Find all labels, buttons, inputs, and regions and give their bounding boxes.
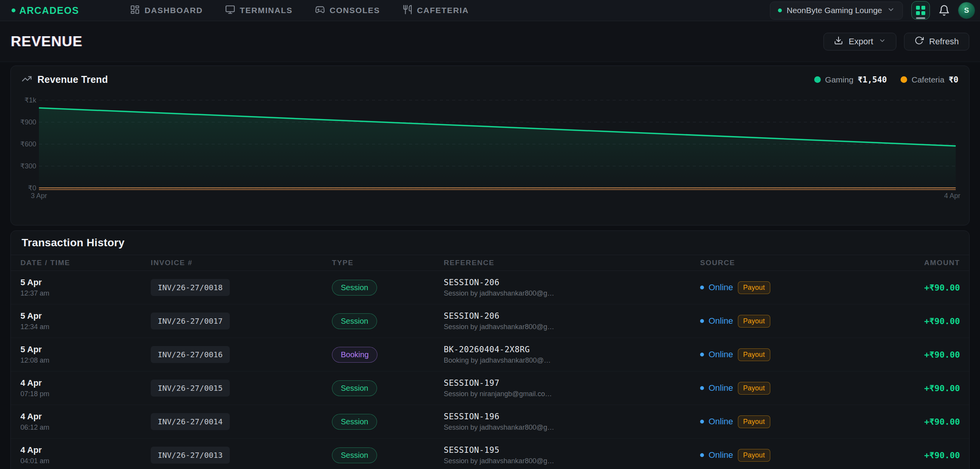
topbar-right: NeonByte Gaming Lounge S [770, 1, 975, 20]
row-date: 4 Apr [20, 378, 151, 388]
nav-item-terminals[interactable]: TERMINALS [225, 5, 293, 17]
online-dot-icon [700, 386, 704, 390]
reference-subtext: Session by niranjangb@gmail.co… [444, 390, 700, 398]
invoice-badge: INV/26-27/0016 [151, 346, 230, 363]
source-label: Online [709, 383, 733, 393]
invoice-cell: INV/26-27/0017 [151, 313, 332, 329]
table-row: 4 Apr 07:18 pm INV/26-27/0015 Session SE… [11, 372, 969, 405]
revenue-trend-chart: ₹1k₹900₹600₹300₹03 Apr4 Apr [11, 95, 970, 210]
source-cell: Online Payout [700, 382, 885, 395]
svg-text:₹0: ₹0 [28, 184, 36, 192]
row-time: 12:34 am [20, 323, 151, 331]
refresh-button[interactable]: Refresh [904, 33, 969, 50]
brand-logo[interactable]: ARCADEOS [12, 5, 79, 16]
svg-text:₹900: ₹900 [20, 118, 36, 126]
table-row: 5 Apr 12:37 am INV/26-27/0018 Session SE… [11, 271, 969, 304]
legend-value: ₹1,540 [858, 75, 887, 84]
row-date: 5 Apr [20, 311, 151, 321]
date-time-cell: 4 Apr 06:12 am [20, 412, 151, 432]
source-label: Online [709, 417, 733, 427]
amount-value: +₹90.00 [885, 316, 960, 326]
online-dot-icon [700, 353, 704, 356]
table-row: 5 Apr 12:08 am INV/26-27/0016 Booking BK… [11, 338, 969, 372]
row-time: 12:37 am [20, 289, 151, 298]
gamepad-icon [315, 5, 325, 17]
brand-dot-icon [12, 8, 15, 12]
source-label: Online [709, 316, 733, 326]
source-cell: Online Payout [700, 415, 885, 428]
reference-cell: SESSION-206 Session by jadhavshankar800@… [444, 278, 700, 298]
col-header-invoice: INVOICE # [151, 259, 332, 267]
type-badge: Session [332, 280, 377, 296]
svg-text:₹600: ₹600 [20, 140, 36, 148]
topbar: ARCADEOS DASHBOARD TERMINALS CONSOLES CA… [0, 0, 980, 21]
payout-badge: Payout [738, 348, 770, 361]
reference-id: SESSION-206 [444, 311, 700, 321]
svg-text:3 Apr: 3 Apr [31, 192, 47, 200]
type-badge: Session [332, 414, 377, 430]
payout-badge: Payout [738, 382, 770, 395]
col-header-reference: REFERENCE [444, 259, 700, 267]
svg-text:₹300: ₹300 [20, 162, 36, 170]
invoice-badge: INV/26-27/0017 [151, 313, 230, 329]
header-actions: Export Refresh [823, 33, 969, 50]
gaming-dot-icon [814, 76, 821, 83]
source-label: Online [709, 282, 733, 292]
col-header-date: DATE / TIME [20, 259, 151, 267]
row-time: 06:12 am [20, 424, 151, 432]
brand-name: ARCADEOS [19, 5, 79, 16]
nav-item-consoles[interactable]: CONSOLES [315, 5, 380, 17]
chart-title: Revenue Trend [37, 74, 108, 85]
invoice-badge: INV/26-27/0018 [151, 279, 230, 296]
row-date: 5 Apr [20, 277, 151, 287]
source-label: Online [709, 450, 733, 460]
svg-text:₹1k: ₹1k [25, 96, 37, 104]
reference-id: SESSION-206 [444, 278, 700, 287]
table-row: 4 Apr 04:01 am INV/26-27/0013 Session SE… [11, 439, 969, 469]
row-date: 4 Apr [20, 445, 151, 455]
user-avatar[interactable]: S [958, 2, 975, 18]
avatar-initial: S [964, 6, 969, 15]
legend-item-gaming: Gaming ₹1,540 [814, 75, 887, 84]
type-cell: Session [332, 447, 444, 463]
nav-item-dashboard[interactable]: DASHBOARD [130, 5, 203, 17]
online-dot-icon [700, 286, 704, 289]
row-time: 12:08 am [20, 356, 151, 365]
row-date: 4 Apr [20, 412, 151, 422]
chevron-down-icon [879, 37, 886, 47]
date-time-cell: 5 Apr 12:37 am [20, 277, 151, 298]
date-time-cell: 4 Apr 07:18 pm [20, 378, 151, 398]
invoice-cell: INV/26-27/0014 [151, 413, 332, 430]
type-cell: Session [332, 414, 444, 430]
chevron-down-icon [887, 6, 895, 15]
venue-status-dot-icon [778, 8, 782, 12]
apps-grid-button[interactable] [911, 1, 930, 20]
invoice-badge: INV/26-27/0015 [151, 380, 230, 397]
invoice-badge: INV/26-27/0014 [151, 413, 230, 430]
type-badge: Session [332, 380, 377, 396]
legend-label: Cafeteria [911, 75, 944, 84]
invoice-cell: INV/26-27/0018 [151, 279, 332, 296]
reference-cell: SESSION-196 Session by jadhavshankar800@… [444, 412, 700, 432]
dashboard-icon [130, 5, 140, 17]
invoice-cell: INV/26-27/0015 [151, 380, 332, 397]
legend-label: Gaming [825, 75, 854, 84]
utensils-icon [402, 5, 413, 17]
page-title: REVENUE [11, 34, 83, 50]
notifications-button[interactable] [938, 5, 950, 16]
download-icon [834, 36, 843, 47]
reference-cell: SESSION-206 Session by jadhavshankar800@… [444, 311, 700, 331]
nav-label: DASHBOARD [145, 6, 203, 15]
nav-item-cafeteria[interactable]: CAFETERIA [402, 5, 469, 17]
amount-value: +₹90.00 [885, 417, 960, 427]
source-cell: Online Payout [700, 348, 885, 361]
invoice-cell: INV/26-27/0013 [151, 447, 332, 464]
nav-label: CAFETERIA [417, 6, 469, 15]
payout-badge: Payout [738, 315, 770, 328]
svg-text:4 Apr: 4 Apr [944, 192, 960, 200]
row-date: 5 Apr [20, 345, 151, 355]
cafeteria-dot-icon [901, 76, 907, 83]
export-button[interactable]: Export [823, 33, 896, 50]
revenue-trend-panel: Revenue Trend Gaming ₹1,540 Cafeteria ₹0… [10, 66, 970, 225]
venue-selector[interactable]: NeonByte Gaming Lounge [770, 2, 903, 20]
